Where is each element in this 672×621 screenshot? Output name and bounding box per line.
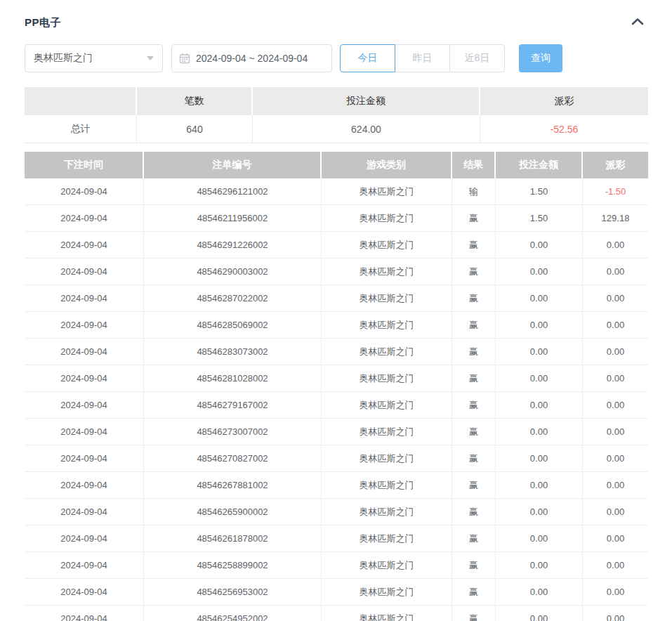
detail-header-game-type: 游戏类别 <box>322 152 452 178</box>
summary-total-row: 总计 640 624.00 -52.56 <box>25 115 648 143</box>
cell-bet-time: 2024-09-04 <box>25 499 144 525</box>
summary-header-bet-amount: 投注金额 <box>253 87 480 115</box>
cell-game-type: 奥林匹斯之门 <box>322 285 452 312</box>
cell-bet-time: 2024-09-04 <box>25 285 144 312</box>
cell-bet-time: 2024-09-04 <box>25 392 144 419</box>
cell-bet-amount: 0.00 <box>496 525 583 552</box>
cell-payout: 0.00 <box>583 312 648 339</box>
cell-bet-time: 2024-09-04 <box>25 525 144 552</box>
cell-bet-time: 2024-09-04 <box>25 445 144 472</box>
cell-bet-time: 2024-09-04 <box>25 205 144 232</box>
cell-result: 赢 <box>452 392 496 419</box>
cell-bet-amount: 0.00 <box>496 579 583 606</box>
cell-bet-time: 2024-09-04 <box>25 178 144 205</box>
filter-controls: 奥林匹斯之门 2024-09-04 ~ 2024-09-04 今日 昨日 近8日… <box>25 44 647 72</box>
cell-game-type: 奥林匹斯之门 <box>322 552 452 579</box>
cell-payout: 0.00 <box>583 552 648 579</box>
quick-filter-last-8-days[interactable]: 近8日 <box>449 44 505 72</box>
cell-result: 赢 <box>452 285 496 312</box>
table-row: 2024-09-04 48546287022002 奥林匹斯之门 赢 0.00 … <box>25 285 648 312</box>
summary-header-payout: 派彩 <box>480 87 648 115</box>
table-row: 2024-09-04 48546211956002 奥林匹斯之门 赢 1.50 … <box>25 205 648 232</box>
cell-order-id: 48546256953002 <box>144 579 322 606</box>
panel-header: PP电子 <box>25 0 647 30</box>
cell-game-type: 奥林匹斯之门 <box>322 579 452 606</box>
cell-payout: 0.00 <box>583 445 648 472</box>
cell-bet-time: 2024-09-04 <box>25 365 144 392</box>
summary-table: 笔数 投注金额 派彩 总计 640 624.00 -52.56 <box>25 87 648 143</box>
cell-game-type: 奥林匹斯之门 <box>322 606 452 621</box>
detail-header-bet-amount: 投注金额 <box>496 152 583 178</box>
cell-result: 赢 <box>452 365 496 392</box>
cell-payout: 0.00 <box>583 499 648 525</box>
cell-order-id: 48546265900002 <box>144 499 322 525</box>
table-row: 2024-09-04 48546279167002 奥林匹斯之门 赢 0.00 … <box>25 392 648 419</box>
cell-order-id: 48546279167002 <box>144 392 322 419</box>
table-row: 2024-09-04 48546267881002 奥林匹斯之门 赢 0.00 … <box>25 472 648 499</box>
cell-payout: 0.00 <box>583 259 648 285</box>
cell-bet-time: 2024-09-04 <box>25 339 144 365</box>
table-row: 2024-09-04 48546273007002 奥林匹斯之门 赢 0.00 … <box>25 419 648 445</box>
cell-game-type: 奥林匹斯之门 <box>322 178 452 205</box>
quick-filter-yesterday[interactable]: 昨日 <box>395 44 450 72</box>
table-row: 2024-09-04 48546258899002 奥林匹斯之门 赢 0.00 … <box>25 552 648 579</box>
search-button[interactable]: 查询 <box>519 44 562 72</box>
cell-order-id: 48546270827002 <box>144 445 322 472</box>
cell-game-type: 奥林匹斯之门 <box>322 339 452 365</box>
cell-order-id: 48546290003002 <box>144 259 322 285</box>
table-row: 2024-09-04 48546290003002 奥林匹斯之门 赢 0.00 … <box>25 259 648 285</box>
cell-game-type: 奥林匹斯之门 <box>322 472 452 499</box>
detail-header-bet-time: 下注时间 <box>25 152 144 178</box>
cell-payout: 0.00 <box>583 525 648 552</box>
cell-result: 赢 <box>452 499 496 525</box>
cell-order-id: 48546283073002 <box>144 339 322 365</box>
cell-bet-time: 2024-09-04 <box>25 259 144 285</box>
cell-game-type: 奥林匹斯之门 <box>322 525 452 552</box>
cell-payout: 0.00 <box>583 339 648 365</box>
cell-bet-amount: 0.00 <box>496 472 583 499</box>
cell-result: 赢 <box>452 525 496 552</box>
cell-bet-amount: 1.50 <box>496 178 583 205</box>
summary-total-payout: -52.56 <box>480 115 648 143</box>
cell-bet-time: 2024-09-04 <box>25 472 144 499</box>
cell-order-id: 48546261878002 <box>144 525 322 552</box>
calendar-icon <box>179 53 190 64</box>
cell-game-type: 奥林匹斯之门 <box>322 419 452 445</box>
summary-total-bet-amount: 624.00 <box>253 115 480 143</box>
detail-header-result: 结果 <box>452 152 496 178</box>
cell-bet-amount: 0.00 <box>496 365 583 392</box>
cell-result: 赢 <box>452 419 496 445</box>
cell-bet-amount: 0.00 <box>496 312 583 339</box>
table-row: 2024-09-04 48546285069002 奥林匹斯之门 赢 0.00 … <box>25 312 648 339</box>
collapse-button[interactable] <box>628 15 647 30</box>
summary-header-row: 笔数 投注金额 派彩 <box>25 87 648 115</box>
game-select[interactable]: 奥林匹斯之门 <box>25 44 163 72</box>
table-row: 2024-09-04 48546270827002 奥林匹斯之门 赢 0.00 … <box>25 445 648 472</box>
cell-bet-time: 2024-09-04 <box>25 419 144 445</box>
table-row: 2024-09-04 48546296121002 奥林匹斯之门 输 1.50 … <box>25 178 648 205</box>
cell-bet-time: 2024-09-04 <box>25 606 144 621</box>
cell-order-id: 48546258899002 <box>144 552 322 579</box>
cell-bet-amount: 1.50 <box>496 205 583 232</box>
cell-bet-amount: 0.00 <box>496 285 583 312</box>
cell-payout: -1.50 <box>583 178 648 205</box>
cell-order-id: 48546291226002 <box>144 232 322 259</box>
cell-order-id: 48546211956002 <box>144 205 322 232</box>
cell-bet-amount: 0.00 <box>496 232 583 259</box>
table-row: 2024-09-04 48546265900002 奥林匹斯之门 赢 0.00 … <box>25 499 648 525</box>
cell-order-id: 48546267881002 <box>144 472 322 499</box>
cell-payout: 0.00 <box>583 419 648 445</box>
date-range-input[interactable]: 2024-09-04 ~ 2024-09-04 <box>171 44 332 72</box>
quick-filter-today[interactable]: 今日 <box>340 44 395 72</box>
cell-payout: 0.00 <box>583 579 648 606</box>
cell-game-type: 奥林匹斯之门 <box>322 259 452 285</box>
cell-bet-time: 2024-09-04 <box>25 312 144 339</box>
table-row: 2024-09-04 48546261878002 奥林匹斯之门 赢 0.00 … <box>25 525 648 552</box>
summary-header-blank <box>25 87 137 115</box>
cell-result: 赢 <box>452 339 496 365</box>
cell-payout: 0.00 <box>583 472 648 499</box>
cell-order-id: 48546285069002 <box>144 312 322 339</box>
cell-result: 输 <box>452 178 496 205</box>
cell-bet-amount: 0.00 <box>496 499 583 525</box>
cell-payout: 0.00 <box>583 232 648 259</box>
